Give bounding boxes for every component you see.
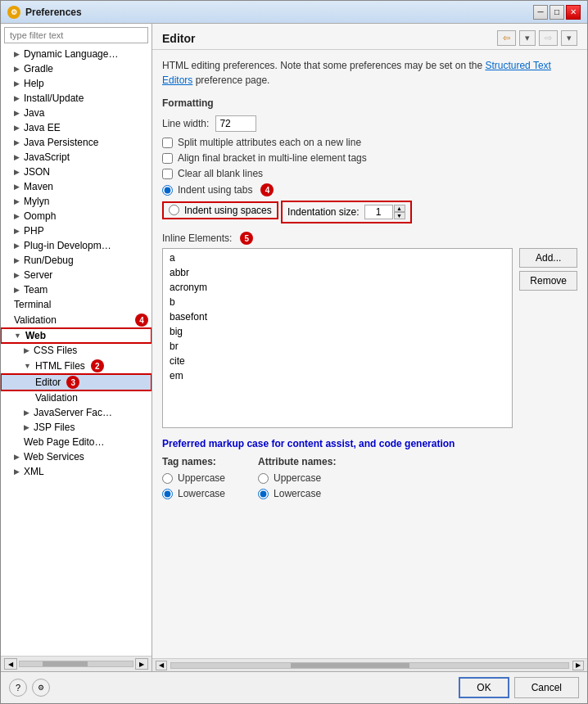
attr-lowercase-radio[interactable] [258,489,269,499]
editor-title: Editor [162,32,195,45]
tree-item-web[interactable]: ▼Web [1,328,152,343]
settings-button[interactable]: ⚙ [32,679,50,697]
inline-elements-list[interactable]: a abbr acronym b basefont big br cite em [162,248,513,428]
tree-item-validation[interactable]: Validation 4 [1,312,152,328]
tree-item-jsp-files[interactable]: ▶JSP Files [1,420,152,435]
line-width-input[interactable] [215,115,256,132]
back-dropdown-button[interactable]: ▾ [519,30,536,46]
tree-item-maven[interactable]: ▶Maven [1,179,152,194]
scroll-right-button[interactable]: ▶ [572,661,584,670]
tree-item-plugin-dev[interactable]: ▶Plug-in Developm… [1,238,152,253]
expand-arrow: ▶ [14,241,20,250]
tree-item-mylyn[interactable]: ▶Mylyn [1,194,152,209]
close-button[interactable]: ✕ [566,5,581,20]
list-item[interactable]: acronym [165,280,510,295]
cancel-button[interactable]: Cancel [514,677,579,698]
tree-item-terminal[interactable]: Terminal [1,297,152,312]
badge-2: 2 [91,359,104,372]
split-multiple-checkbox[interactable] [162,138,173,148]
tree-item-css-files[interactable]: ▶CSS Files [1,343,152,358]
expand-arrow: ▶ [14,50,20,58]
indent-tabs-radio[interactable] [162,185,173,196]
list-item[interactable]: basefont [165,309,510,324]
tree-item-run-debug[interactable]: ▶Run/Debug [1,253,152,268]
tree-item-java[interactable]: ▶Java [1,106,152,120]
spinner-down-button[interactable]: ▼ [394,212,405,219]
forward-button[interactable]: ⇨ [539,30,558,46]
inline-buttons: Add... Remove [519,248,577,428]
tree-item-help[interactable]: ▶Help [1,76,152,91]
attr-uppercase-radio[interactable] [258,473,269,484]
tree-item-java-ee[interactable]: ▶Java EE [1,120,152,135]
tree-item-gradle[interactable]: ▶Gradle [1,61,152,76]
tag-uppercase-radio[interactable] [162,473,173,484]
align-final-row: Align final bracket in multi-line elemen… [162,152,577,164]
case-options: Tag names: Uppercase Lowercase Att [162,456,577,503]
expand-arrow: ▶ [14,256,20,264]
tree-item-xml[interactable]: ▶XML [1,464,152,479]
scroll-right-button[interactable]: ▶ [135,658,148,670]
tree-item-json[interactable]: ▶JSON [1,165,152,179]
tree-item-html-files[interactable]: ▼HTML Files 2 [1,358,152,374]
tree-item-web-page-editor[interactable]: Web Page Edito… [1,435,152,449]
indentation-size-label: Indentation size: [287,206,359,218]
tree-item-php[interactable]: ▶PHP [1,223,152,238]
list-item[interactable]: abbr [165,265,510,280]
indent-spaces-label: Indent using spaces [184,205,272,216]
list-item[interactable]: b [165,295,510,309]
tree-item-server[interactable]: ▶Server [1,268,152,282]
indent-spaces-radio[interactable] [169,205,179,215]
remove-button[interactable]: Remove [519,271,577,291]
tree-item-web-services[interactable]: ▶Web Services [1,449,152,464]
nav-buttons: ⇦ ▾ ⇨ ▾ [497,30,577,46]
preferences-window: ⚙ Preferences ─ □ ✕ ▶Dynamic Language… ▶… [0,0,588,704]
tree-item-dynamic-language[interactable]: ▶Dynamic Language… [1,47,152,61]
list-item[interactable]: cite [165,354,510,368]
ok-button[interactable]: OK [459,677,509,698]
maximize-button[interactable]: □ [550,5,564,20]
tree-item-editor[interactable]: Editor 3 [1,374,152,390]
indentation-size-input[interactable] [364,205,393,219]
line-width-row: Line width: [162,115,577,132]
indentation-size-spinner: ▲ ▼ [364,205,405,219]
bottom-bar: ? ⚙ OK Cancel [1,671,587,703]
expand-arrow: ▶ [14,212,20,220]
clear-blank-checkbox[interactable] [162,169,173,179]
tree-item-validation-sub[interactable]: Validation [1,390,152,405]
filter-input[interactable] [4,27,148,43]
forward-dropdown-button[interactable]: ▾ [561,30,577,46]
list-item[interactable]: em [165,368,510,383]
content-area: ▶Dynamic Language… ▶Gradle ▶Help ▶Instal… [1,24,587,671]
list-item[interactable]: a [165,250,510,265]
expand-arrow: ▼ [14,332,21,340]
indent-tabs-row: Indent using tabs 4 [162,183,577,196]
list-item[interactable]: br [165,339,510,354]
horizontal-scrollbar: ◀ ▶ [152,658,587,671]
expand-arrow: ▶ [24,423,29,431]
minimize-button[interactable]: ─ [533,5,548,20]
tree-item-javascript[interactable]: ▶JavaScript [1,150,152,165]
help-button[interactable]: ? [9,679,27,697]
tree-item-javaserver-faces[interactable]: ▶JavaServer Fac… [1,405,152,420]
align-final-checkbox[interactable] [162,153,173,164]
expand-arrow: ▶ [14,168,20,176]
list-item[interactable]: big [165,324,510,339]
scroll-left-button[interactable]: ◀ [4,658,17,670]
add-button[interactable]: Add... [519,248,577,268]
back-button[interactable]: ⇦ [497,30,516,46]
tree-item-java-persistence[interactable]: ▶Java Persistence [1,135,152,150]
clear-blank-label: Clear all blank lines [178,168,263,179]
tree-item-team[interactable]: ▶Team [1,282,152,297]
tag-lowercase-radio[interactable] [162,489,173,499]
bottom-right-buttons: OK Cancel [459,677,579,698]
line-width-label: Line width: [162,118,209,129]
tree-item-oomph[interactable]: ▶Oomph [1,209,152,223]
attr-lowercase-row: Lowercase [258,488,336,499]
badge-5: 5 [240,232,253,245]
spinner-up-button[interactable]: ▲ [394,205,405,212]
left-panel: ▶Dynamic Language… ▶Gradle ▶Help ▶Instal… [1,24,152,671]
tag-uppercase-row: Uppercase [162,472,225,484]
scroll-left-button[interactable]: ◀ [156,661,167,670]
scroll-track [170,662,569,669]
tree-item-install-update[interactable]: ▶Install/Update [1,91,152,106]
